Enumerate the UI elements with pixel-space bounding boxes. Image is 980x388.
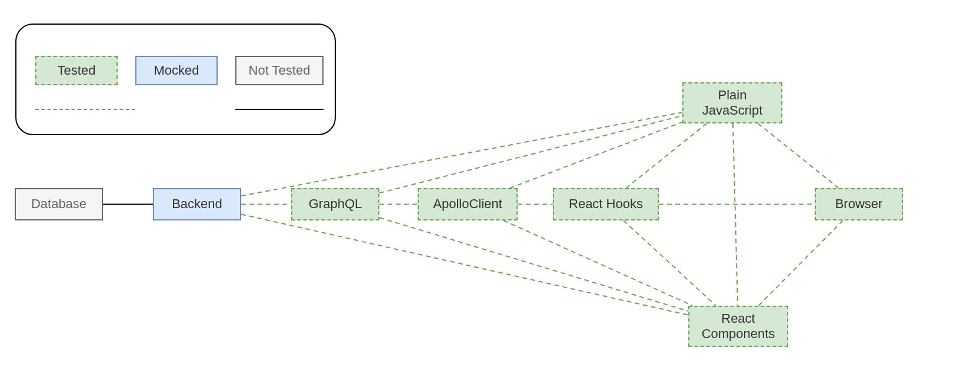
node-label: Browser [835,196,883,212]
edge-apolloclient-plain-js [510,122,682,188]
legend-swatch-tested: Tested [35,56,118,85]
edge-plain-js-react-components [733,123,738,306]
node-label: React Hooks [569,196,643,212]
node-label: Plain JavaScript [702,88,763,119]
node-react-hooks: React Hooks [553,188,659,220]
legend-not-tested-label: Not Tested [249,63,311,78]
node-graphql: GraphQL [291,188,379,220]
legend-swatch-mocked: Mocked [135,56,218,85]
legend-line-untested [235,109,324,110]
edge-graphql-plain-js [379,116,682,193]
node-apolloclient: ApolloClient [418,188,518,220]
node-react-components: React Components [688,306,788,347]
edge-react-components-browser [759,220,843,306]
node-label: React Components [702,311,775,342]
node-plain-js: Plain JavaScript [682,82,782,123]
node-label: Backend [172,196,222,212]
edge-backend-react-components [241,214,688,315]
edge-graphql-react-components [379,218,688,311]
node-browser: Browser [815,188,903,220]
node-backend: Backend [153,188,241,220]
edge-plain-js-browser [758,123,839,188]
edge-react-hooks-react-components [624,220,716,306]
node-label: GraphQL [309,196,362,212]
legend-swatch-not-tested: Not Tested [235,56,324,85]
edge-react-hooks-plain-js [626,123,706,188]
legend-tested-label: Tested [58,63,96,78]
legend-mocked-label: Mocked [154,63,199,78]
node-label: ApolloClient [433,196,502,212]
edge-apolloclient-react-components [504,220,692,306]
node-label: Database [31,196,86,212]
legend-line-tested [35,109,135,110]
node-database: Database [15,188,103,220]
